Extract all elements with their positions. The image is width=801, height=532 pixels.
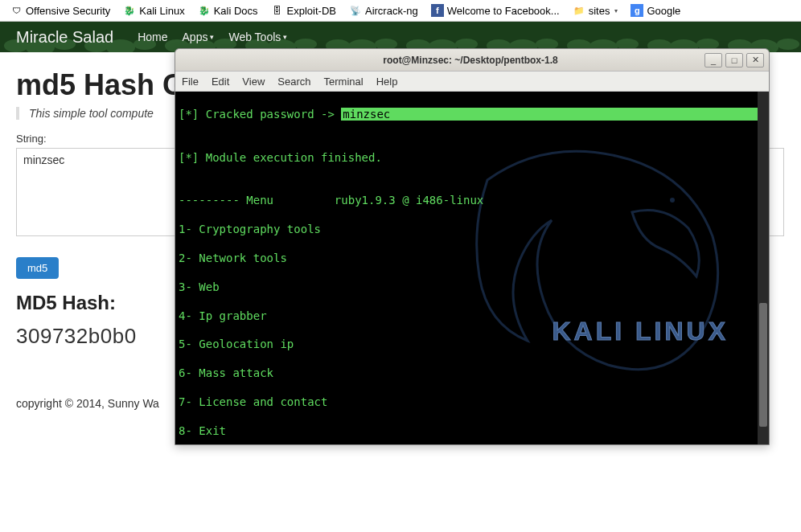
terminal-scrollbar[interactable] bbox=[758, 92, 769, 444]
bookmark-aircrack[interactable]: 📡 Aircrack-ng bbox=[344, 2, 423, 18]
chevron-down-icon: ▾ bbox=[210, 33, 214, 41]
maximize-button[interactable]: □ bbox=[725, 53, 743, 68]
database-icon: 🗄 bbox=[271, 4, 284, 17]
terminal-output: [*] Cracked password -> minzsec [*] Modu… bbox=[175, 92, 758, 444]
bookmark-label: Kali Docs bbox=[214, 5, 258, 17]
bookmark-label: Exploit-DB bbox=[287, 5, 336, 17]
dragon-icon: 🐉 bbox=[123, 4, 136, 17]
nav-label: Apps bbox=[183, 31, 208, 43]
terminal-menu-option: 5- Geolocation ip bbox=[179, 338, 754, 352]
terminal-titlebar[interactable]: root@Minzsec: ~/Desktop/pentbox-1.8 _ □ … bbox=[175, 49, 769, 72]
bookmark-bar: 🛡 Offensive Security 🐉 Kali Linux 🐉 Kali… bbox=[0, 0, 801, 22]
bookmark-label: sites bbox=[589, 5, 610, 17]
close-button[interactable]: ✕ bbox=[746, 53, 764, 68]
scrollbar-thumb[interactable] bbox=[759, 303, 767, 427]
menu-search[interactable]: Search bbox=[277, 76, 310, 88]
menu-file[interactable]: File bbox=[182, 76, 199, 88]
terminal-menu-option: 1- Cryptography tools bbox=[179, 223, 754, 237]
facebook-icon: f bbox=[431, 4, 444, 17]
chevron-down-icon: ▾ bbox=[614, 7, 618, 14]
terminal-menubar: File Edit View Search Terminal Help bbox=[175, 72, 769, 92]
bookmark-label: Aircrack-ng bbox=[365, 5, 418, 17]
bookmark-label: Welcome to Facebook... bbox=[447, 5, 560, 17]
terminal-menu-option: 7- License and contact bbox=[179, 395, 754, 410]
nav-label: Web Tools bbox=[228, 31, 281, 43]
bookmark-kali-docs[interactable]: 🐉 Kali Docs bbox=[193, 2, 263, 18]
bookmark-offensive-security[interactable]: 🛡 Offensive Security bbox=[5, 2, 115, 18]
menu-edit[interactable]: Edit bbox=[212, 76, 229, 88]
bookmark-label: Kali Linux bbox=[139, 5, 184, 17]
terminal-body[interactable]: KALI LINUX [*] Cracked password -> minzs… bbox=[175, 92, 769, 444]
bookmark-kali-linux[interactable]: 🐉 Kali Linux bbox=[118, 2, 189, 18]
menu-view[interactable]: View bbox=[242, 76, 265, 88]
minimize-button[interactable]: _ bbox=[704, 53, 722, 68]
terminal-menu-option: 8- Exit bbox=[179, 424, 754, 439]
bookmark-sites-folder[interactable]: 📁 sites ▾ bbox=[568, 2, 623, 18]
antenna-icon: 📡 bbox=[349, 4, 362, 17]
menu-terminal[interactable]: Terminal bbox=[324, 76, 364, 88]
terminal-line: [*] Cracked password -> minzsec bbox=[179, 108, 754, 122]
terminal-menu-option: 4- Ip grabber bbox=[179, 309, 754, 324]
bookmark-google[interactable]: g Google bbox=[626, 2, 685, 18]
terminal-menu-option: 3- Web bbox=[179, 280, 754, 295]
bookmark-label: Google bbox=[647, 5, 680, 17]
md5-button[interactable]: md5 bbox=[16, 257, 59, 279]
folder-icon: 📁 bbox=[573, 4, 585, 17]
terminal-title: root@Minzsec: ~/Desktop/pentbox-1.8 bbox=[236, 55, 704, 66]
terminal-menu-option: 6- Mass attack bbox=[179, 366, 754, 381]
terminal-menu-header: --------- Menu ruby1.9.3 @ i486-linux bbox=[179, 194, 754, 208]
bookmark-exploit-db[interactable]: 🗄 Exploit-DB bbox=[266, 2, 341, 18]
bookmark-facebook[interactable]: f Welcome to Facebook... bbox=[426, 2, 565, 18]
chevron-down-icon: ▾ bbox=[283, 33, 287, 41]
google-icon: g bbox=[631, 4, 643, 17]
dragon-icon: 🐉 bbox=[198, 4, 211, 17]
terminal-line: [*] Module execution finished. bbox=[179, 151, 754, 166]
nav-apps[interactable]: Apps ▾ bbox=[183, 31, 215, 43]
nav-label: Home bbox=[138, 31, 167, 43]
menu-help[interactable]: Help bbox=[376, 76, 398, 88]
bookmark-label: Offensive Security bbox=[26, 5, 110, 17]
nav-web-tools[interactable]: Web Tools ▾ bbox=[228, 31, 287, 43]
nav-home[interactable]: Home bbox=[138, 31, 167, 43]
terminal-menu-option: 2- Network tools bbox=[179, 252, 754, 266]
terminal-window[interactable]: root@Minzsec: ~/Desktop/pentbox-1.8 _ □ … bbox=[175, 48, 770, 445]
site-brand[interactable]: Miracle Salad bbox=[16, 28, 113, 47]
shield-icon: 🛡 bbox=[10, 4, 23, 17]
